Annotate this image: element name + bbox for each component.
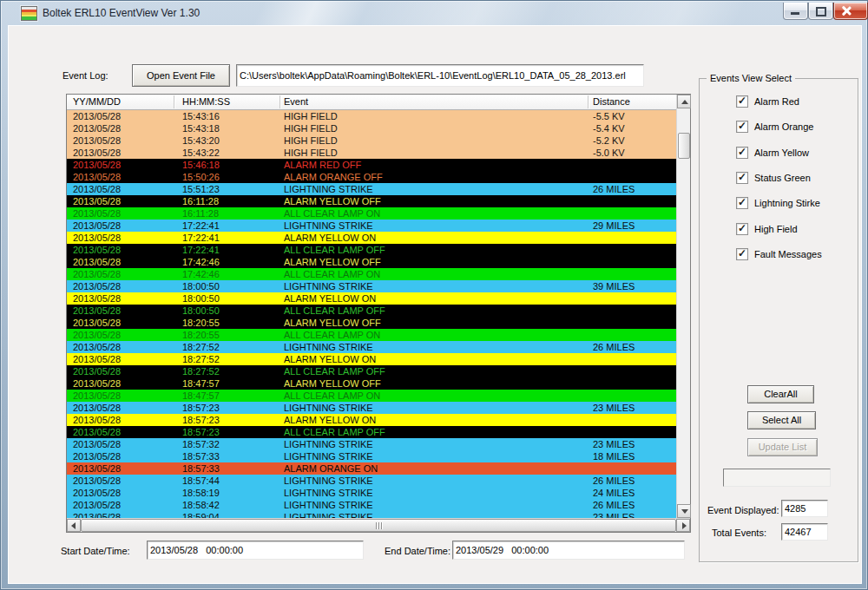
table-row[interactable]: 2013/05/2815:51:23LIGHTNING STRIKE26 MIL…	[67, 183, 676, 195]
grip-icon	[378, 522, 379, 529]
select-all-button[interactable]: Select All	[747, 411, 816, 429]
column-divider[interactable]	[588, 95, 589, 108]
column-header-distance[interactable]: Distance	[593, 95, 630, 109]
cell-time: 18:27:52	[182, 365, 220, 377]
cell-time: 15:51:23	[182, 183, 220, 195]
checkbox-high-field[interactable]: ✓	[736, 223, 748, 235]
cell-date: 2013/05/28	[73, 499, 121, 511]
table-row[interactable]: 2013/05/2818:27:52ALARM YELLOW ON	[67, 353, 676, 365]
table-row[interactable]: 2013/05/2817:22:41ALARM YELLOW ON	[67, 232, 676, 244]
table-row[interactable]: 2013/05/2815:43:22HIGH FIELD-5.0 KV	[67, 147, 676, 159]
checkbox-fault-messages[interactable]: ✓	[736, 248, 748, 260]
cell-dist: 23 MILES	[593, 438, 635, 450]
table-row[interactable]: 2013/05/2818:20:55ALL CLEAR LAMP ON	[67, 329, 676, 341]
table-row[interactable]: 2013/05/2818:59:04LIGHTNING STRIKE23 MIL…	[67, 511, 676, 518]
table-row[interactable]: 2013/05/2815:43:20HIGH FIELD-5.2 KV	[67, 134, 676, 147]
total-events-value[interactable]	[785, 524, 825, 540]
cell-event: ALARM YELLOW ON	[284, 414, 376, 426]
title-bar[interactable]: Boltek ERL10 EventView Ver 1.30	[1, 1, 867, 25]
scroll-up-button[interactable]	[677, 95, 691, 108]
cell-dist: -5.5 KV	[593, 110, 625, 122]
table-row[interactable]: 2013/05/2818:58:19LIGHTNING STRIKE24 MIL…	[67, 487, 676, 499]
start-datetime-box	[147, 541, 364, 560]
checkbox-status-green[interactable]: ✓	[736, 172, 748, 184]
scroll-down-button[interactable]	[677, 504, 691, 518]
table-row[interactable]: 2013/05/2818:57:23ALL CLEAR LAMP OFF	[67, 426, 676, 438]
column-header-event[interactable]: Event	[284, 95, 308, 109]
table-row[interactable]: 2013/05/2818:57:23LIGHTNING STRIKE23 MIL…	[67, 402, 676, 414]
table-row[interactable]: 2013/05/2817:42:46ALL CLEAR LAMP ON	[67, 268, 676, 280]
table-row[interactable]: 2013/05/2818:47:57ALARM YELLOW OFF	[67, 377, 676, 390]
end-datetime-input[interactable]	[456, 541, 681, 559]
cell-time: 17:22:41	[182, 220, 220, 232]
cell-time: 15:43:22	[182, 147, 220, 159]
cell-date: 2013/05/28	[73, 450, 121, 462]
column-header-time[interactable]: HH:MM:SS	[182, 95, 230, 109]
horizontal-scrollbar-thumb[interactable]	[81, 519, 676, 532]
table-row[interactable]: 2013/05/2818:00:50ALL CLEAR LAMP OFF	[67, 305, 676, 317]
app-icon[interactable]	[21, 6, 37, 21]
table-row[interactable]: 2013/05/2818:57:44LIGHTNING STRIKE26 MIL…	[67, 475, 676, 487]
cell-date: 2013/05/28	[73, 487, 121, 499]
table-row[interactable]: 2013/05/2818:00:50ALARM YELLOW ON	[67, 292, 676, 305]
cell-dist: 23 MILES	[593, 402, 635, 414]
checkbox-alarm-red[interactable]: ✓	[736, 95, 748, 108]
cell-event: HIGH FIELD	[284, 147, 338, 159]
cell-event: LIGHTNING STRIKE	[284, 341, 373, 353]
table-row[interactable]: 2013/05/2818:57:23ALARM YELLOW ON	[67, 414, 676, 426]
grip-icon	[376, 522, 377, 529]
cell-time: 18:00:50	[182, 280, 220, 292]
event-log-path-input[interactable]	[240, 65, 641, 86]
table-row[interactable]: 2013/05/2818:20:55ALARM YELLOW OFF	[67, 317, 676, 329]
clear-all-button[interactable]: ClearAll	[747, 385, 814, 403]
table-row[interactable]: 2013/05/2818:00:50LIGHTNING STRIKE39 MIL…	[67, 280, 676, 292]
cell-time: 18:57:33	[182, 450, 220, 462]
table-row[interactable]: 2013/05/2818:27:52ALL CLEAR LAMP OFF	[67, 365, 676, 377]
table-row[interactable]: 2013/05/2815:43:18HIGH FIELD-5.4 KV	[67, 122, 676, 134]
cell-event: ALARM YELLOW OFF	[284, 256, 381, 268]
event-displayed-value[interactable]	[785, 501, 825, 516]
cell-dist: 29 MILES	[593, 220, 635, 232]
table-row[interactable]: 2013/05/2816:11:28ALL CLEAR LAMP ON	[67, 207, 676, 220]
column-header-date[interactable]: YY/MM/DD	[73, 95, 121, 109]
table-row[interactable]: 2013/05/2815:46:18ALARM RED OFF	[67, 159, 676, 171]
table-row[interactable]: 2013/05/2818:57:32LIGHTNING STRIKE23 MIL…	[67, 438, 676, 450]
table-row[interactable]: 2013/05/2818:57:33LIGHTNING STRIKE18 MIL…	[67, 450, 676, 462]
cell-time: 15:50:26	[182, 171, 220, 183]
table-row[interactable]: 2013/05/2815:50:26ALARM ORANGE OFF	[67, 171, 676, 183]
table-row[interactable]: 2013/05/2817:22:41ALL CLEAR LAMP OFF	[67, 244, 676, 256]
checkbox-alarm-orange[interactable]: ✓	[736, 121, 748, 133]
maximize-button[interactable]	[808, 3, 833, 20]
table-row[interactable]: 2013/05/2817:22:41LIGHTNING STRIKE29 MIL…	[67, 220, 676, 232]
table-row[interactable]: 2013/05/2817:42:46ALARM YELLOW OFF	[67, 256, 676, 268]
table-row[interactable]: 2013/05/2818:27:52LIGHTNING STRIKE26 MIL…	[67, 341, 676, 353]
vertical-scrollbar-thumb[interactable]	[678, 133, 690, 159]
table-row[interactable]: 2013/05/2818:58:42LIGHTNING STRIKE26 MIL…	[67, 499, 676, 511]
open-event-file-button[interactable]: Open Event File	[132, 64, 230, 87]
cell-date: 2013/05/28	[73, 122, 121, 134]
table-row[interactable]: 2013/05/2815:43:16HIGH FIELD-5.5 KV	[67, 110, 676, 122]
vertical-scrollbar[interactable]	[676, 95, 690, 518]
cell-date: 2013/05/28	[73, 329, 121, 341]
table-row[interactable]: 2013/05/2818:47:57ALL CLEAR LAMP ON	[67, 390, 676, 402]
column-divider[interactable]	[174, 95, 174, 108]
scroll-left-button[interactable]	[67, 519, 81, 532]
cell-time: 18:58:42	[182, 499, 220, 511]
table-row[interactable]: 2013/05/2816:11:28ALARM YELLOW OFF	[67, 195, 676, 207]
table-row[interactable]: 2013/05/2818:57:33ALARM ORANGE ON	[67, 462, 676, 475]
cell-dist: 26 MILES	[593, 475, 635, 487]
horizontal-scrollbar[interactable]	[67, 518, 690, 532]
cell-event: LIGHTNING STRIKE	[284, 280, 373, 292]
checkmark-icon: ✓	[738, 120, 746, 132]
checkbox-alarm-yellow[interactable]: ✓	[736, 147, 748, 159]
cell-date: 2013/05/28	[73, 244, 121, 256]
cell-event: ALARM YELLOW ON	[284, 232, 376, 244]
minimize-button[interactable]	[783, 3, 808, 20]
cell-date: 2013/05/28	[73, 280, 121, 292]
column-divider[interactable]	[279, 95, 280, 108]
scroll-right-button[interactable]	[676, 519, 690, 532]
cell-time: 18:57:33	[182, 462, 220, 475]
close-button[interactable]	[833, 3, 868, 20]
start-datetime-input[interactable]	[150, 541, 360, 559]
checkbox-lightning-stirke[interactable]: ✓	[736, 197, 748, 209]
